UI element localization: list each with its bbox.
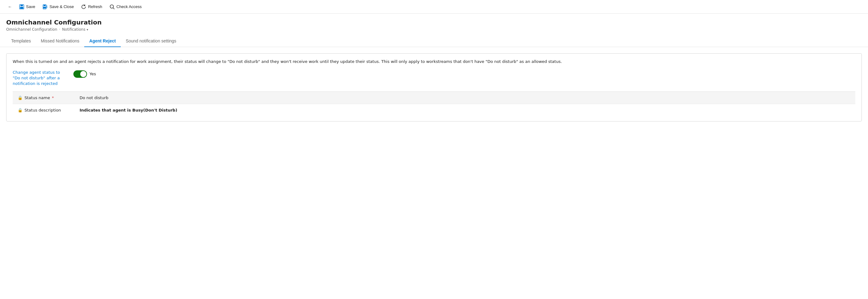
save-icon bbox=[19, 4, 24, 9]
check-access-icon bbox=[110, 4, 115, 9]
status-name-value: Do not disturb bbox=[74, 92, 855, 104]
status-description-value: Indicates that agent is Busy(Don't Distu… bbox=[74, 104, 855, 117]
svg-rect-1 bbox=[21, 5, 23, 6]
save-label: Save bbox=[26, 4, 35, 9]
svg-rect-2 bbox=[20, 7, 23, 9]
save-close-icon bbox=[43, 4, 48, 9]
save-close-label: Save & Close bbox=[50, 4, 74, 9]
toggle-switch[interactable] bbox=[73, 70, 87, 78]
page-header: Omnichannel Configuration Omnichannel Co… bbox=[0, 13, 868, 32]
refresh-label: Refresh bbox=[88, 4, 102, 9]
status-description-label: Status description bbox=[25, 108, 61, 113]
back-icon: ← bbox=[8, 4, 12, 9]
tab-templates[interactable]: Templates bbox=[6, 35, 36, 47]
tab-sound-notification-settings[interactable]: Sound notification settings bbox=[121, 35, 181, 47]
info-text: When this is turned on and an agent reje… bbox=[13, 59, 855, 65]
refresh-icon bbox=[81, 4, 86, 9]
save-button[interactable]: Save bbox=[16, 2, 38, 11]
breadcrumb-parent[interactable]: Omnichannel Configuration bbox=[6, 27, 57, 32]
toggle-wrapper: Yes bbox=[73, 70, 96, 78]
tab-agent-reject[interactable]: Agent Reject bbox=[84, 35, 121, 47]
status-table: 🔒 Status name * Do not disturb 🔒 Status … bbox=[13, 92, 855, 116]
table-row: 🔒 Status name * Do not disturb bbox=[13, 92, 855, 104]
tab-missed-notifications[interactable]: Missed Notifications bbox=[36, 35, 85, 47]
table-row: 🔒 Status description Indicates that agen… bbox=[13, 104, 855, 117]
breadcrumb-current[interactable]: Notifications ▾ bbox=[62, 27, 88, 32]
toggle-value-label: Yes bbox=[90, 71, 96, 76]
info-section: When this is turned on and an agent reje… bbox=[6, 53, 862, 121]
toggle-thumb bbox=[80, 71, 86, 77]
lock-icon: 🔒 bbox=[18, 95, 23, 100]
refresh-button[interactable]: Refresh bbox=[78, 2, 105, 11]
breadcrumb: Omnichannel Configuration · Notification… bbox=[6, 27, 862, 32]
status-name-label: Status name bbox=[25, 95, 50, 100]
toolbar: ← Save Save & Close Refresh bbox=[0, 0, 868, 13]
svg-rect-5 bbox=[43, 7, 46, 8]
breadcrumb-separator: · bbox=[59, 27, 60, 32]
main-content: When this is turned on and an agent reje… bbox=[0, 47, 868, 128]
check-access-button[interactable]: Check Access bbox=[106, 2, 145, 11]
breadcrumb-current-label: Notifications bbox=[62, 27, 86, 32]
status-name-label-cell: 🔒 Status name * bbox=[13, 92, 74, 104]
svg-line-10 bbox=[113, 8, 114, 9]
toggle-row: Change agent status to "Do not disturb" … bbox=[13, 70, 855, 87]
back-button[interactable]: ← bbox=[5, 2, 15, 12]
svg-rect-4 bbox=[44, 5, 45, 6]
toggle-track bbox=[73, 70, 87, 78]
save-close-button[interactable]: Save & Close bbox=[40, 2, 77, 11]
toggle-label: Change agent status to "Do not disturb" … bbox=[13, 70, 68, 87]
check-access-label: Check Access bbox=[117, 4, 142, 9]
required-indicator: * bbox=[52, 95, 54, 100]
chevron-down-icon: ▾ bbox=[87, 28, 88, 31]
status-description-label-cell: 🔒 Status description bbox=[13, 104, 74, 117]
page-title: Omnichannel Configuration bbox=[6, 19, 862, 26]
tabs-container: Templates Missed Notifications Agent Rej… bbox=[0, 35, 868, 47]
lock-icon-2: 🔒 bbox=[18, 108, 23, 113]
